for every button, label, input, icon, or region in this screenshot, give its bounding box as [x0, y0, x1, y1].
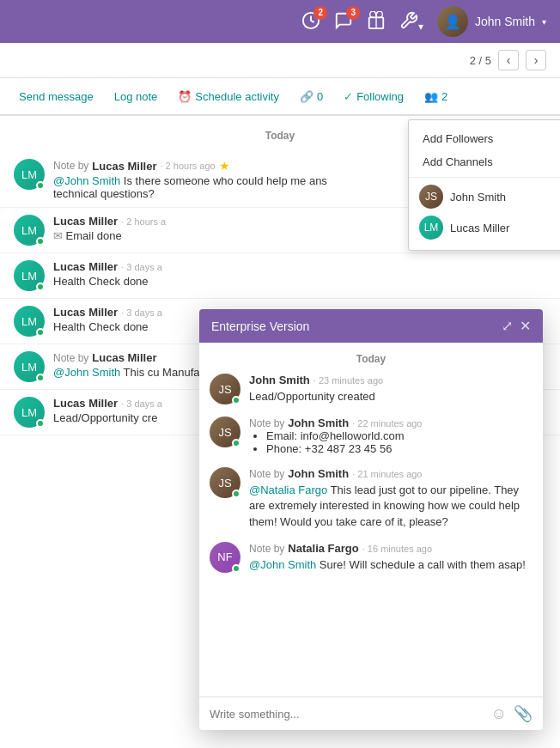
chat-header-3: Note by John Smith · 21 minutes ago: [249, 467, 533, 480]
clock-activity-icon: ⏰: [178, 90, 192, 103]
clips-button[interactable]: 🔗 0: [291, 83, 332, 110]
follower-name-1: John Smith: [450, 191, 555, 204]
msg-avatar-5: LM: [14, 351, 45, 382]
follower-row-1: JS John Smith ×: [409, 181, 560, 212]
msg-time-1: · 2 hours ago: [161, 161, 216, 171]
enterprise-title: Enterprise Version: [211, 319, 309, 333]
chat-item-4: NF Note by Natalia Fargo · 16 minutes ag…: [210, 542, 533, 573]
bullet-1: Email: info@helloworld.com: [266, 429, 533, 442]
chat-time-1: · 23 minutes ago: [313, 375, 383, 386]
send-message-label: Send message: [19, 90, 94, 103]
follower-avatar-1: JS: [419, 185, 443, 209]
close-modal-button[interactable]: ✕: [520, 318, 531, 334]
chat-header-4: Note by Natalia Fargo · 16 minutes ago: [249, 542, 533, 555]
chat-header-2: Note by John Smith · 22 minutes ago: [249, 417, 533, 429]
msg-author-3: Lucas Miller: [53, 260, 118, 273]
add-followers-item[interactable]: Add Followers: [409, 127, 560, 150]
chat-author-4: Natalia Fargo: [288, 542, 358, 555]
enterprise-input[interactable]: [210, 708, 484, 721]
schedule-activity-button[interactable]: ⏰ Schedule activity: [169, 83, 288, 110]
followers-count: 2: [441, 90, 447, 103]
chat-content-4: Note by Natalia Fargo · 16 minutes ago @…: [249, 542, 533, 573]
chat-status-2: [232, 439, 240, 447]
chat-text-4: @John Smith Sure! Will schedule a call w…: [249, 557, 533, 573]
msg-by-1: Note by: [53, 160, 88, 172]
chat-time-2: · 22 minutes ago: [352, 418, 422, 429]
log-note-button[interactable]: Log note: [106, 83, 167, 110]
msg-avatar-3: LM: [14, 260, 45, 291]
chat-content-1: John Smith · 23 minutes ago Lead/Opportu…: [249, 374, 533, 404]
clips-count: 0: [317, 90, 323, 103]
mention-3: @Natalia Fargo: [249, 483, 327, 496]
chat-author-3: John Smith: [288, 467, 349, 480]
wrench-chevron: ▾: [418, 21, 423, 33]
chat-avatar-3: JS: [210, 467, 240, 498]
message-item-3: LM Lucas Miller · 3 days a Health Check …: [0, 253, 560, 299]
username: John Smith: [475, 15, 535, 28]
msg-author-5: Lucas Miller: [92, 351, 156, 364]
avatar-status-2: [36, 237, 45, 246]
mention-1: @John Smith: [53, 174, 120, 187]
emoji-icon[interactable]: ☺: [491, 705, 507, 723]
msg-author-6: Lucas Miller: [53, 397, 118, 410]
people-icon: 👥: [424, 90, 438, 103]
msg-avatar-2: LM: [14, 215, 45, 246]
chat-icon[interactable]: 3: [334, 11, 353, 33]
chat-avatar-1: JS: [210, 374, 240, 404]
avatar-status-4: [36, 328, 45, 337]
chat-avatar-2: JS: [210, 417, 240, 447]
chat-time-4: · 16 minutes ago: [362, 544, 432, 554]
msg-author-2: Lucas Miller: [53, 215, 118, 228]
chat-avatar-4: NF: [210, 542, 240, 573]
topbar: 2 3 ▾ 👤 John Smith ▾: [0, 0, 560, 43]
chat-text-3: @Natalia Fargo This lead just got to our…: [249, 483, 533, 530]
action-bar: Send message Log note ⏰ Schedule activit…: [0, 78, 560, 116]
note-label-3: Note by: [249, 468, 284, 480]
email-icon-2: ✉: [53, 229, 63, 242]
followers-button[interactable]: 👥 2: [416, 83, 456, 110]
msg-avatar-1: LM: [14, 159, 45, 190]
wrench-icon[interactable]: ▾: [399, 11, 423, 33]
enterprise-footer: ☺ 📎: [199, 696, 543, 730]
pagination-text: 2 / 5: [470, 54, 491, 67]
user-profile[interactable]: 👤 John Smith ▾: [437, 6, 546, 37]
chat-text-1: Lead/Opportunity created: [249, 389, 533, 404]
schedule-activity-label: Schedule activity: [195, 90, 279, 103]
attach-icon[interactable]: 📎: [514, 704, 533, 723]
following-dropdown: Add Followers Add Channels JS John Smith…: [408, 119, 560, 251]
enterprise-body: Today JS John Smith · 23 minutes ago Lea…: [199, 343, 543, 696]
expand-modal-button[interactable]: ⤢: [502, 318, 513, 334]
chat-item-1: JS John Smith · 23 minutes ago Lead/Oppo…: [210, 374, 533, 404]
clock-badge: 2: [313, 6, 327, 20]
chat-author-2: John Smith: [288, 417, 349, 429]
follower-row-2: LM Lucas Miller ×: [409, 212, 560, 243]
gift-icon[interactable]: [367, 11, 386, 33]
chat-body-4: Sure! Will schedule a call with them asa…: [320, 558, 526, 571]
avatar-status-1: [36, 181, 45, 190]
pagination-prev[interactable]: ‹: [498, 50, 519, 70]
chat-status-4: [232, 564, 240, 573]
avatar-status-5: [36, 374, 45, 382]
paperclip-icon: 🔗: [300, 90, 313, 103]
mention-4: @John Smith: [249, 558, 316, 571]
chat-item-3: JS Note by John Smith · 21 minutes ago @…: [210, 467, 533, 530]
follower-avatar-2: LM: [419, 216, 443, 240]
bullet-2: Phone: +32 487 23 45 56: [266, 442, 533, 455]
pagination-bar: 2 / 5 ‹ ›: [0, 43, 560, 78]
clock-icon[interactable]: 2: [301, 11, 320, 33]
add-channels-item[interactable]: Add Channels: [409, 150, 560, 173]
following-button[interactable]: ✓ Following: [335, 83, 412, 110]
mention-5: @John Smith: [53, 366, 120, 379]
msg-text-3: Health Check done: [53, 275, 546, 288]
enterprise-modal: Enterprise Version ⤢ ✕ Today JS John Smi…: [199, 309, 543, 730]
msg-star-1: ★: [219, 159, 230, 173]
msg-header-3: Lucas Miller · 3 days a: [53, 260, 546, 273]
avatar-status-3: [36, 283, 45, 291]
chat-time-3: · 21 minutes ago: [352, 469, 422, 479]
msg-by-5: Note by: [53, 352, 88, 364]
msg-avatar-4: LM: [14, 306, 45, 337]
msg-time-2: · 2 hours a: [121, 216, 166, 227]
pagination-next[interactable]: ›: [526, 50, 546, 70]
note-label-4: Note by: [249, 543, 284, 555]
send-message-button[interactable]: Send message: [10, 83, 102, 110]
